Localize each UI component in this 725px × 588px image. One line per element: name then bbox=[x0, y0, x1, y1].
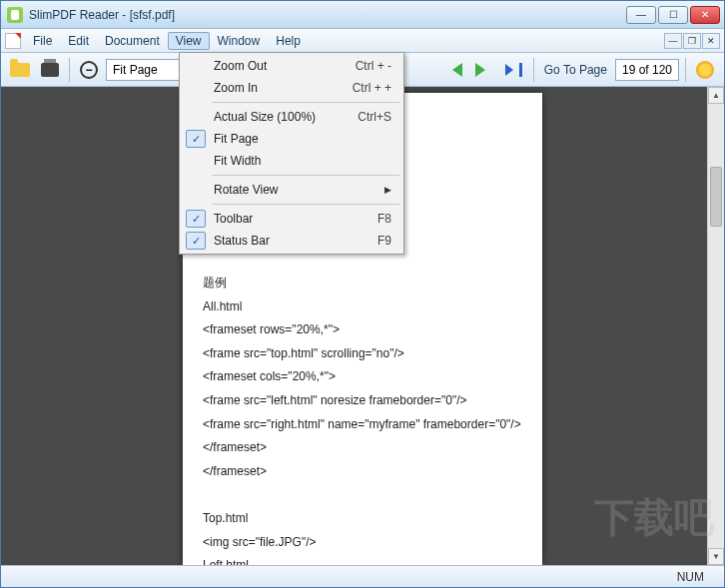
arrow-right-icon bbox=[475, 63, 492, 77]
menu-window[interactable]: Window bbox=[210, 32, 269, 50]
document-text-line: <frame src="top.html" scrolling="no"/> bbox=[203, 343, 522, 365]
document-text-line: <frameset rows="20%,*"> bbox=[203, 319, 522, 341]
menu-zoom-in[interactable]: Zoom InCtrl + + bbox=[182, 77, 401, 99]
app-icon bbox=[7, 7, 23, 23]
arrow-left-icon bbox=[445, 63, 462, 77]
zoom-out-button[interactable]: − bbox=[76, 57, 102, 83]
print-button[interactable] bbox=[37, 57, 63, 83]
check-icon: ✓ bbox=[186, 130, 206, 148]
menu-status-bar[interactable]: ✓Status BarF9 bbox=[182, 230, 401, 252]
menu-label: Zoom Out bbox=[214, 59, 267, 73]
menu-toolbar[interactable]: ✓ToolbarF8 bbox=[182, 208, 401, 230]
menu-label: Status Bar bbox=[214, 234, 270, 248]
window-controls: — ☐ ✕ bbox=[626, 6, 720, 24]
menu-shortcut: Ctrl + - bbox=[356, 59, 391, 73]
menu-rotate-view[interactable]: Rotate View▶ bbox=[182, 179, 401, 201]
watermark: 下载吧 bbox=[594, 490, 714, 545]
menu-separator bbox=[212, 102, 399, 103]
menu-file[interactable]: File bbox=[25, 32, 60, 50]
menu-shortcut: F9 bbox=[377, 234, 391, 248]
document-text-line: <frame src="left.html" noresize framebor… bbox=[203, 390, 522, 412]
menu-edit[interactable]: Edit bbox=[60, 32, 97, 50]
menu-actual-size[interactable]: Actual Size (100%)Ctrl+S bbox=[182, 106, 401, 128]
document-text-line: </frameset> bbox=[203, 437, 522, 459]
menu-view[interactable]: View bbox=[168, 32, 210, 50]
menu-shortcut: Ctrl+S bbox=[358, 110, 391, 124]
menu-label: Toolbar bbox=[214, 212, 253, 226]
scroll-up-button[interactable]: ▲ bbox=[708, 87, 724, 104]
document-text-line bbox=[203, 484, 522, 506]
menu-fit-width[interactable]: Fit Width bbox=[182, 150, 401, 172]
menu-label: Fit Page bbox=[214, 132, 259, 146]
menu-zoom-out[interactable]: Zoom OutCtrl + - bbox=[182, 55, 401, 77]
folder-icon bbox=[10, 63, 30, 77]
window-title: SlimPDF Reader - [sfsf.pdf] bbox=[29, 8, 626, 22]
menu-label: Zoom In bbox=[214, 81, 258, 95]
vertical-scrollbar[interactable]: ▲ ▼ bbox=[707, 87, 724, 565]
prev-page-button[interactable] bbox=[441, 57, 467, 83]
document-text-line: Top.html bbox=[203, 508, 522, 530]
app-window: SlimPDF Reader - [sfsf.pdf] — ☐ ✕ File E… bbox=[0, 0, 725, 588]
toolbar-separator bbox=[685, 58, 686, 82]
menu-document[interactable]: Document bbox=[97, 32, 168, 50]
titlebar[interactable]: SlimPDF Reader - [sfsf.pdf] — ☐ ✕ bbox=[1, 1, 724, 29]
document-text-line: </frameset> bbox=[203, 461, 522, 483]
page-number-text: 19 of 120 bbox=[622, 63, 672, 77]
view-dropdown-menu: Zoom OutCtrl + - Zoom InCtrl + + Actual … bbox=[179, 52, 404, 255]
close-button[interactable]: ✕ bbox=[690, 6, 720, 24]
document-icon bbox=[5, 33, 21, 49]
mdi-controls: — ❐ ✕ bbox=[664, 33, 720, 49]
next-page-button[interactable] bbox=[471, 57, 497, 83]
printer-icon bbox=[41, 63, 59, 77]
toolbar-separator bbox=[533, 58, 534, 82]
menu-shortcut: F8 bbox=[377, 212, 391, 226]
open-button[interactable] bbox=[7, 57, 33, 83]
last-page-button[interactable] bbox=[501, 57, 527, 83]
check-icon: ✓ bbox=[186, 210, 206, 228]
menu-label: Fit Width bbox=[214, 154, 261, 168]
document-text-line: All.html bbox=[203, 296, 522, 318]
favorite-button[interactable] bbox=[692, 57, 718, 83]
menu-help[interactable]: Help bbox=[268, 32, 309, 50]
document-text-line: Left.html bbox=[203, 555, 522, 565]
mdi-close-button[interactable]: ✕ bbox=[702, 33, 720, 49]
submenu-arrow-icon: ▶ bbox=[384, 185, 391, 195]
menu-separator bbox=[212, 204, 399, 205]
document-text-line: <img src="file.JPG"/> bbox=[203, 532, 522, 554]
menu-shortcut: Ctrl + + bbox=[353, 81, 391, 95]
document-text-line: <frameset cols="20%,*"> bbox=[203, 366, 522, 388]
status-num-indicator: NUM bbox=[677, 570, 704, 584]
arrow-end-icon bbox=[505, 63, 522, 77]
mdi-restore-button[interactable]: ❐ bbox=[683, 33, 701, 49]
scroll-thumb[interactable] bbox=[710, 167, 722, 227]
document-text-line: 题例 bbox=[203, 273, 522, 294]
zoom-display[interactable]: Fit Page bbox=[106, 59, 186, 81]
goto-page-label: Go To Page bbox=[544, 63, 607, 77]
check-icon: ✓ bbox=[186, 232, 206, 250]
document-text-line: <frame src="right.html" name="myframe" f… bbox=[203, 414, 522, 436]
star-icon bbox=[696, 61, 714, 79]
page-number-input[interactable]: 19 of 120 bbox=[615, 59, 679, 81]
toolbar-separator bbox=[69, 58, 70, 82]
maximize-button[interactable]: ☐ bbox=[658, 6, 688, 24]
menu-fit-page[interactable]: ✓Fit Page bbox=[182, 128, 401, 150]
menu-label: Actual Size (100%) bbox=[214, 110, 316, 124]
minus-icon: − bbox=[80, 61, 98, 79]
zoom-text: Fit Page bbox=[113, 63, 158, 77]
menubar: File Edit Document View Window Help — ❐ … bbox=[1, 29, 724, 53]
menu-label: Rotate View bbox=[214, 183, 278, 197]
menu-separator bbox=[212, 175, 399, 176]
minimize-button[interactable]: — bbox=[626, 6, 656, 24]
statusbar: NUM bbox=[1, 565, 724, 587]
mdi-minimize-button[interactable]: — bbox=[664, 33, 682, 49]
scroll-down-button[interactable]: ▼ bbox=[708, 548, 724, 565]
